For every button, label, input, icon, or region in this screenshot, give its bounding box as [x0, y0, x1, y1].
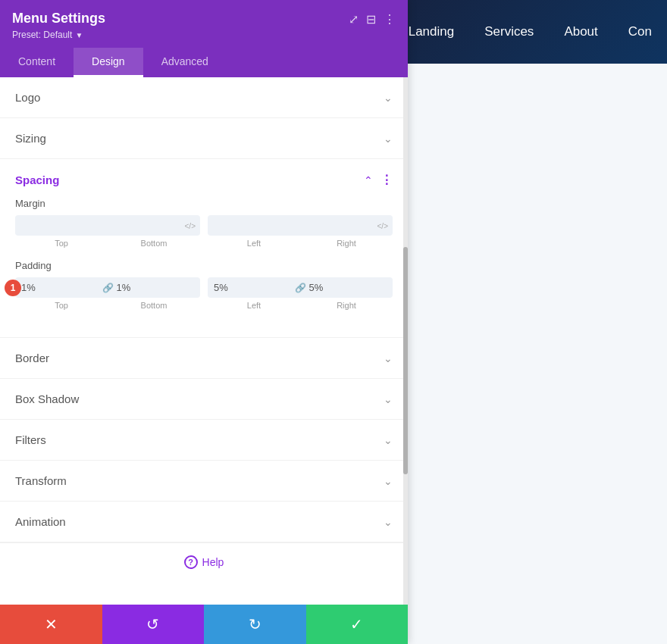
border-chevron: ⌄ [384, 352, 393, 364]
sizing-header[interactable]: Sizing ⌄ [0, 118, 408, 158]
padding-right-input[interactable] [309, 282, 387, 293]
spacing-chevron-up[interactable]: ⌃ [364, 174, 373, 186]
margin-right-label: Right [300, 239, 393, 248]
animation-label: Animation [15, 515, 66, 528]
margin-tb-labels: Top Bottom [15, 239, 200, 248]
margin-top-input[interactable] [21, 220, 194, 231]
nav-services[interactable]: Services [484, 24, 534, 39]
padding-link-icon: 🔗 [102, 283, 114, 293]
padding-bottom-input[interactable] [117, 282, 195, 293]
nav-landing[interactable]: Landing [409, 24, 455, 39]
spacing-more-icon[interactable]: ⋮ [380, 173, 393, 187]
border-label: Border [15, 352, 49, 364]
border-section: Border ⌄ [0, 338, 408, 379]
margin-left-input[interactable] [214, 220, 387, 231]
spacing-label: Spacing [15, 174, 59, 186]
margin-label: Margin [15, 198, 393, 209]
logo-header[interactable]: Logo ⌄ [0, 77, 408, 117]
margin-tb-code: </> [185, 221, 196, 230]
help-label: Help [202, 556, 224, 568]
transform-label: Transform [15, 474, 67, 487]
animation-section: Animation ⌄ [0, 502, 408, 542]
padding-row-wrapper: 1 🔗 🔗 [15, 277, 393, 298]
margin-labels: Top Bottom Left Right [15, 239, 393, 248]
expand-icon[interactable]: ⤢ [349, 12, 359, 27]
margin-lr-labels: Left Right [208, 239, 393, 248]
margin-bottom-label: Bottom [108, 239, 200, 248]
logo-section: Logo ⌄ [0, 77, 408, 118]
panel-header-icons: ⤢ ⊟ ⋮ [349, 12, 396, 27]
animation-chevron: ⌄ [384, 516, 393, 528]
sizing-chevron: ⌄ [384, 133, 393, 145]
padding-top-bottom-pair: 🔗 [15, 277, 200, 298]
preset-label: Preset: Default [12, 30, 72, 40]
tab-advanced[interactable]: Advanced [143, 48, 227, 77]
transform-header[interactable]: Transform ⌄ [0, 461, 408, 501]
preset-chevron: ▼ [75, 31, 83, 39]
panel-body: Logo ⌄ Sizing ⌄ Spacing ⌃ ⋮ Margin [0, 77, 408, 644]
preset-selector[interactable]: Preset: Default ▼ [12, 30, 105, 40]
padding-labels: Top Bottom Left Right [15, 301, 393, 310]
cancel-button[interactable]: ✕ [0, 605, 102, 644]
box-shadow-header[interactable]: Box Shadow ⌄ [0, 379, 408, 419]
padding-left-right-pair: 🔗 [208, 277, 393, 298]
border-header[interactable]: Border ⌄ [0, 338, 408, 378]
margin-top-bottom-pair: </> [15, 215, 200, 236]
spacing-header-icons: ⌃ ⋮ [364, 173, 393, 187]
padding-left-input[interactable] [214, 282, 292, 293]
margin-top-label: Top [15, 239, 108, 248]
panel-tabs: Content Design Advanced [0, 48, 408, 77]
panel-header-left: Menu Settings Preset: Default ▼ [12, 11, 105, 40]
panel-header: Menu Settings Preset: Default ▼ ⤢ ⊟ ⋮ [0, 0, 408, 48]
padding-top-label: Top [15, 301, 108, 310]
help-icon: ? [184, 555, 198, 569]
panel-footer: ? Help [0, 542, 408, 581]
scroll-track [403, 77, 408, 644]
tab-design[interactable]: Design [74, 48, 143, 77]
tab-content[interactable]: Content [0, 48, 74, 77]
filters-section: Filters ⌄ [0, 420, 408, 461]
margin-inputs: </> </> [15, 215, 393, 236]
margin-left-right-pair: </> [208, 215, 393, 236]
settings-panel: Menu Settings Preset: Default ▼ ⤢ ⊟ ⋮ Co… [0, 0, 408, 644]
box-shadow-chevron: ⌄ [384, 393, 393, 405]
spacing-content: Margin </> </> Top Bottom [0, 198, 408, 337]
padding-tb-labels: Top Bottom [15, 301, 200, 310]
padding-right-label: Right [300, 301, 393, 310]
panel-title: Menu Settings [12, 11, 105, 27]
undo-button[interactable]: ↺ [102, 605, 205, 644]
animation-header[interactable]: Animation ⌄ [0, 502, 408, 542]
confirm-button[interactable]: ✓ [306, 605, 409, 644]
more-options-icon[interactable]: ⋮ [384, 12, 396, 27]
padding-lr-link-icon: 🔗 [295, 283, 306, 293]
spacing-header[interactable]: Spacing ⌃ ⋮ [0, 159, 408, 198]
transform-section: Transform ⌄ [0, 461, 408, 502]
box-shadow-section: Box Shadow ⌄ [0, 379, 408, 420]
margin-left-label: Left [208, 239, 300, 248]
box-shadow-label: Box Shadow [15, 392, 79, 405]
filters-chevron: ⌄ [384, 434, 393, 446]
logo-chevron: ⌄ [384, 92, 393, 104]
split-icon[interactable]: ⊟ [366, 12, 376, 27]
padding-inputs: 🔗 🔗 [15, 277, 393, 298]
nav-con[interactable]: Con [628, 24, 652, 39]
nav-about[interactable]: About [564, 24, 597, 39]
padding-lr-labels: Left Right [208, 301, 393, 310]
padding-bottom-label: Bottom [108, 301, 200, 310]
scroll-thumb[interactable] [403, 247, 408, 474]
step-badge: 1 [5, 280, 21, 296]
margin-lr-code: </> [377, 221, 388, 230]
padding-label: Padding [15, 260, 393, 271]
transform-chevron: ⌄ [384, 475, 393, 487]
redo-button[interactable]: ↻ [204, 605, 306, 644]
filters-label: Filters [15, 433, 46, 446]
padding-left-label: Left [208, 301, 300, 310]
filters-header[interactable]: Filters ⌄ [0, 420, 408, 460]
padding-top-input[interactable] [21, 282, 99, 293]
action-bar: ✕ ↺ ↻ ✓ [0, 605, 408, 644]
sizing-label: Sizing [15, 132, 46, 145]
help-link[interactable]: ? Help [12, 555, 396, 569]
spacing-section: Spacing ⌃ ⋮ Margin </> </> [0, 159, 408, 338]
logo-label: Logo [15, 91, 40, 104]
sizing-section: Sizing ⌄ [0, 118, 408, 159]
